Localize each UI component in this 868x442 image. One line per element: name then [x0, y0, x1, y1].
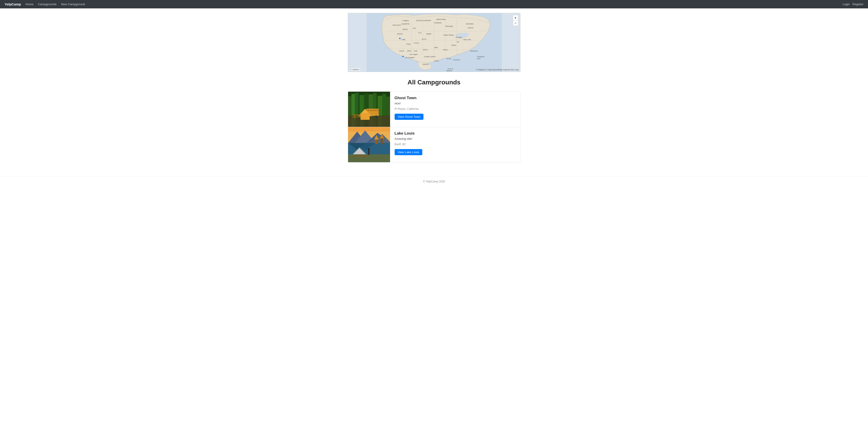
svg-text:CHIH.: CHIH. — [434, 60, 439, 62]
campground-info-lake-louis: Lake Louis Amazing site! Banff, BC View … — [390, 127, 427, 162]
campground-info-ghost-town: Ghost Town nice! Pt Reyes, California Vi… — [390, 92, 428, 127]
svg-text:VA.: VA. — [457, 41, 459, 43]
svg-text:S.D.: S.D. — [418, 32, 422, 34]
map-zoom-out[interactable]: − — [513, 21, 518, 26]
nav-register[interactable]: Register — [852, 2, 864, 6]
svg-rect-93 — [368, 150, 369, 155]
svg-text:Ciudad Juárez: Ciudad Juárez — [424, 56, 435, 58]
svg-text:New York: New York — [463, 39, 471, 41]
svg-text:NEBR.: NEBR. — [426, 33, 432, 35]
view-lake-louis-button[interactable]: View Lake Louis — [395, 149, 422, 155]
svg-text:Detroit: Detroit — [468, 27, 473, 29]
nav-login[interactable]: Login — [843, 2, 850, 6]
svg-point-94 — [368, 148, 370, 150]
svg-rect-76 — [352, 116, 364, 117]
map-svg: United States CANADA QUEBEC Mexico Sarga… — [348, 13, 520, 72]
nav-left: YelpCamp Home Campgrounds New Campground — [4, 2, 85, 6]
svg-text:Sargasso: Sargasso — [477, 56, 485, 58]
svg-text:Mexico: Mexico — [423, 63, 429, 65]
svg-text:ORE.: ORE. — [401, 39, 406, 41]
svg-point-2 — [462, 33, 469, 36]
svg-text:Winnipeg: Winnipeg — [445, 25, 453, 27]
svg-text:UTAH: UTAH — [406, 43, 410, 45]
svg-text:N.M.: N.M. — [414, 50, 417, 52]
svg-text:Las Vegas: Las Vegas — [409, 53, 417, 55]
map-attribution[interactable]: © Mapbox © OpenStreetMap Improve this ma… — [476, 69, 519, 71]
svg-text:United States: United States — [443, 34, 454, 36]
footer-text: © YelpCamp 2020 — [423, 180, 445, 183]
svg-text:MANITOBA: MANITOBA — [436, 19, 446, 21]
map-logo: © mapbox — [349, 68, 360, 71]
svg-rect-86 — [375, 140, 378, 144]
campground-location-ghost-town: Pt Reyes, California — [395, 107, 424, 110]
campground-name-lake-louis: Lake Louis — [395, 131, 422, 136]
svg-text:N.D.: N.D. — [412, 27, 416, 29]
svg-rect-88 — [381, 138, 383, 144]
svg-text:ARK.: ARK. — [434, 46, 438, 48]
svg-text:WYO.: WYO. — [422, 38, 426, 40]
nav-home[interactable]: Home — [26, 2, 34, 6]
map-container[interactable]: United States CANADA QUEBEC Mexico Sarga… — [348, 13, 520, 72]
svg-text:OKLA.: OKLA. — [423, 49, 428, 51]
svg-text:Calgary: Calgary — [403, 20, 409, 22]
svg-text:TENN.: TENN. — [451, 44, 456, 46]
campground-location-lake-louis: Banff, BC — [395, 143, 422, 146]
svg-text:ONTARIO: ONTARIO — [465, 23, 474, 25]
svg-text:Chicago: Chicago — [456, 36, 462, 38]
svg-rect-73 — [352, 114, 364, 115]
svg-text:CALIF.: CALIF. — [399, 50, 405, 52]
svg-rect-75 — [361, 115, 363, 118]
campground-image-lake-louis — [348, 127, 390, 162]
svg-point-54 — [402, 56, 404, 57]
svg-text:Mexico: Mexico — [446, 70, 452, 72]
svg-point-95 — [352, 155, 369, 157]
svg-text:Los Angeles: Los Angeles — [405, 57, 414, 59]
svg-text:MONT.: MONT. — [403, 28, 408, 30]
svg-text:SASKATCHEWAN: SASKATCHEWAN — [416, 20, 431, 22]
svg-text:IDAHO: IDAHO — [397, 33, 403, 35]
section-heading: All Campgrounds — [348, 79, 520, 86]
svg-text:Bahamas: Bahamas — [470, 50, 478, 52]
svg-text:Sea: Sea — [477, 58, 480, 60]
campground-card-ghost-town: Ghost Town nice! Pt Reyes, California Vi… — [348, 92, 520, 127]
svg-text:Vancouver: Vancouver — [392, 24, 401, 26]
svg-text:COLO.: COLO. — [414, 42, 420, 44]
svg-rect-68 — [366, 110, 379, 111]
map-zoom-in[interactable]: + — [513, 15, 518, 21]
campground-name-ghost-town: Ghost Town — [395, 96, 424, 100]
svg-point-70 — [375, 115, 377, 118]
campground-desc-ghost-town: nice! — [395, 102, 424, 105]
campground-card-lake-louis: Lake Louis Amazing site! Banff, BC View … — [348, 127, 520, 162]
nav-new-campground[interactable]: New Campground — [61, 2, 85, 6]
navbar: YelpCamp Home Campgrounds New Campground… — [0, 0, 868, 8]
svg-text:Houston: Houston — [453, 59, 460, 61]
svg-text:ARIZ.: ARIZ. — [407, 50, 411, 52]
campground-list: Ghost Town nice! Pt Reyes, California Vi… — [348, 92, 520, 163]
campground-desc-lake-louis: Amazing site! — [395, 137, 422, 140]
nav-right: Login Register — [843, 2, 864, 6]
svg-text:CANADA: CANADA — [434, 22, 442, 24]
footer: © YelpCamp 2020 — [0, 176, 868, 187]
map-controls: + − — [513, 15, 518, 26]
brand-logo[interactable]: YelpCamp — [4, 2, 21, 6]
nav-campgrounds[interactable]: Campgrounds — [38, 2, 57, 6]
main-content: United States CANADA QUEBEC Mexico Sarga… — [346, 8, 523, 172]
view-ghost-town-button[interactable]: View Ghost Town — [395, 114, 424, 120]
svg-point-53 — [399, 38, 401, 39]
svg-text:ALBERTA: ALBERTA — [401, 23, 410, 25]
svg-text:MISS.: MISS. — [443, 49, 448, 51]
svg-text:Texas: Texas — [446, 58, 451, 60]
campground-image-ghost-town — [348, 92, 390, 127]
